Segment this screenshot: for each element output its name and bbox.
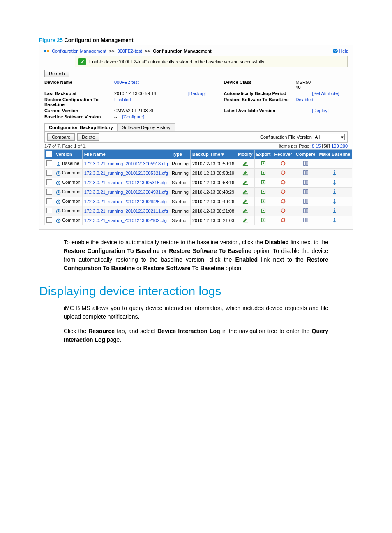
make-baseline-icon[interactable] (332, 198, 337, 204)
modify-icon[interactable] (242, 160, 248, 166)
make-baseline-icon[interactable] (332, 189, 337, 195)
modify-icon[interactable] (242, 217, 248, 223)
chevron-down-icon: ▾ (341, 134, 344, 140)
ipp-8[interactable]: 8 (312, 144, 314, 148)
type-cell: Running (170, 159, 190, 169)
svg-rect-19 (303, 190, 305, 194)
row-checkbox[interactable] (46, 217, 52, 223)
svg-rect-34 (303, 218, 305, 222)
col-checkbox[interactable] (45, 150, 54, 159)
latest-version-value: -- (296, 108, 312, 113)
version-label: Common (62, 180, 81, 185)
configure-action[interactable]: [Configure] (122, 114, 145, 119)
file-link[interactable]: 172.3.0.21_running_20101213002111.cfg (84, 209, 168, 213)
breadcrumb-root[interactable]: Configuration Management (52, 49, 106, 53)
modify-icon[interactable] (242, 170, 248, 176)
deploy-action[interactable]: [Deploy] (312, 108, 329, 113)
compare-button[interactable]: Compare (47, 133, 75, 141)
table-row: Common172.3.0.21_running_20101213005321.… (45, 169, 352, 178)
delete-button[interactable]: Delete (77, 133, 99, 141)
file-link[interactable]: 172.3.0.21_startup_20101213005315.cfg (84, 180, 167, 185)
col-backup-time[interactable]: Backup Time ▾ (190, 150, 236, 159)
clock-icon (56, 181, 61, 185)
svg-rect-35 (306, 218, 308, 222)
recover-icon[interactable] (280, 208, 286, 213)
breadcrumb-sep: >> (145, 49, 150, 53)
compare-icon[interactable] (303, 170, 309, 176)
backup-action[interactable]: [Backup] (188, 91, 206, 96)
backup-time-cell: 2010-12-13 00:59:16 (190, 159, 236, 169)
restore-cfg-value[interactable]: Enabled (114, 97, 131, 102)
ipp-15[interactable]: 15 (316, 144, 321, 148)
make-baseline-icon[interactable] (332, 179, 337, 185)
file-link[interactable]: 172.3.0.21_running_20101213005321.cfg (84, 171, 168, 176)
backup-time-cell: 2010-12-13 00:49:26 (190, 197, 236, 206)
table-row: Common172.3.0.21_running_20101213002111.… (45, 206, 352, 216)
file-link[interactable]: 172.3.0.21_running_20101213005918.cfg (84, 161, 168, 166)
recover-icon[interactable] (280, 198, 286, 204)
compare-icon[interactable] (303, 217, 309, 223)
export-icon[interactable] (261, 170, 266, 176)
restore-sw-value[interactable]: Disabled (296, 97, 314, 102)
success-message: ✓ Enable device "000FE2-test" automatica… (75, 56, 348, 67)
col-version[interactable]: Version (54, 150, 83, 159)
recover-icon[interactable] (280, 160, 286, 166)
make-baseline-icon[interactable] (332, 217, 337, 223)
export-icon[interactable] (261, 160, 266, 166)
modify-icon[interactable] (242, 198, 248, 204)
compare-icon[interactable] (303, 208, 309, 213)
recover-icon[interactable] (280, 217, 286, 223)
export-icon[interactable] (261, 198, 266, 204)
make-baseline-icon[interactable] (332, 208, 337, 213)
tab-config-backup[interactable]: Configuration Backup History (44, 123, 118, 131)
recover-icon[interactable] (280, 170, 286, 176)
export-icon[interactable] (261, 217, 266, 223)
row-checkbox[interactable] (46, 208, 52, 213)
ipp-100[interactable]: 100 (331, 144, 339, 148)
svg-rect-14 (303, 180, 305, 185)
row-checkbox[interactable] (46, 160, 52, 166)
compare-icon[interactable] (303, 179, 309, 185)
make-baseline-icon[interactable] (332, 170, 337, 176)
file-link[interactable]: 172.3.0.21_startup_20101213002102.cfg (84, 218, 167, 223)
modify-icon[interactable] (242, 189, 248, 195)
breadcrumb-device[interactable]: 000FE2-test (118, 49, 142, 53)
tab-software-deploy[interactable]: Software Deploy History (118, 123, 175, 131)
row-checkbox[interactable] (46, 170, 52, 176)
set-attribute-action[interactable]: [Set Attribute] (312, 91, 339, 96)
file-link[interactable]: 172.3.0.21_startup_20101213004925.cfg (84, 199, 167, 204)
export-icon[interactable] (261, 208, 266, 213)
compare-icon[interactable] (303, 198, 309, 204)
table-row: Baseline172.3.0.21_running_2010121300591… (45, 159, 352, 169)
col-file[interactable]: File Name (82, 150, 170, 159)
row-checkbox[interactable] (46, 198, 52, 204)
modify-icon[interactable] (242, 179, 248, 185)
table-row: Common172.3.0.21_startup_20101213004925.… (45, 197, 352, 206)
file-link[interactable]: 172.3.0.21_running_20101213004931.cfg (84, 190, 168, 195)
ipp-label: Items per Page: (279, 144, 311, 148)
refresh-button[interactable]: Refresh (44, 70, 69, 77)
recover-icon[interactable] (280, 189, 286, 195)
type-cell: Startup (170, 197, 190, 206)
backup-table: Version File Name Type Backup Time ▾ Mod… (44, 149, 352, 225)
ipp-200[interactable]: 200 (340, 144, 348, 148)
clock-icon (56, 190, 61, 195)
compare-icon[interactable] (303, 189, 309, 195)
type-cell: Startup (170, 216, 190, 225)
export-icon[interactable] (261, 189, 266, 195)
recover-icon[interactable] (280, 179, 286, 185)
cfv-select[interactable]: All ▾ (314, 134, 345, 140)
export-icon[interactable] (261, 179, 266, 185)
svg-rect-30 (306, 209, 308, 213)
row-checkbox[interactable] (46, 189, 52, 195)
svg-rect-24 (303, 199, 305, 204)
help-link[interactable]: ? Help (333, 49, 348, 53)
col-type[interactable]: Type (170, 150, 190, 159)
last-backup-value: 2010-12-13 00:59:16 (114, 91, 188, 96)
current-version-label: Current Version (44, 108, 114, 113)
row-checkbox[interactable] (46, 179, 52, 185)
baseline-sw-label: Baseline Software Version (44, 114, 114, 119)
modify-icon[interactable] (242, 208, 248, 213)
compare-icon[interactable] (303, 160, 309, 166)
device-name-value[interactable]: 000FE2-test (114, 80, 188, 90)
